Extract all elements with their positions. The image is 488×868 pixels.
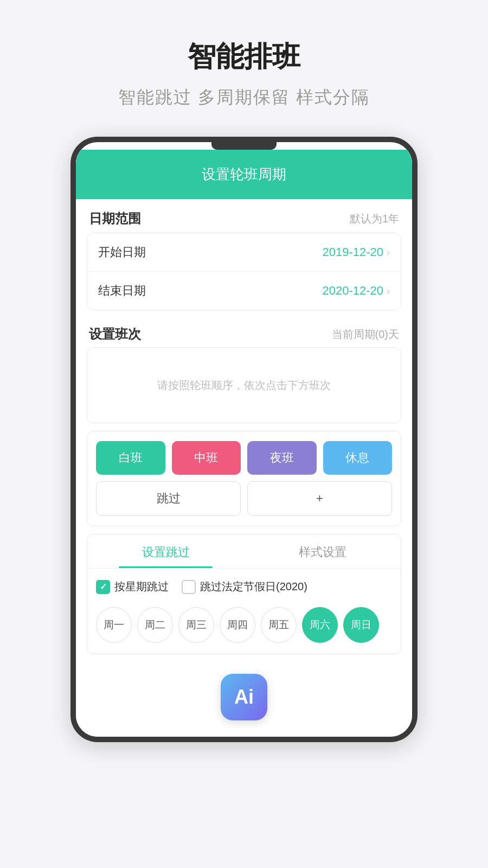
shift-empty-text: 请按照轮班顺序，依次点击下方班次 xyxy=(157,376,331,394)
start-date-label: 开始日期 xyxy=(98,244,146,260)
end-date-chevron-icon: › xyxy=(387,285,390,297)
phone-screen: 设置轮班周期 日期范围 默认为1年 开始日期 2019-12-20 › 结束日期… xyxy=(76,150,412,737)
rest-shift-button[interactable]: 休息 xyxy=(323,441,393,475)
tab-set-skip[interactable]: 设置跳过 xyxy=(87,534,244,568)
shift-section-label: 设置班次 xyxy=(89,326,141,343)
tab-content: ✓ 按星期跳过 跳过法定节假日(2020) 周一 周二 周三 周四 周五 xyxy=(87,569,401,654)
day-pill-sat[interactable]: 周六 xyxy=(302,607,338,643)
date-section-header: 日期范围 默认为1年 xyxy=(76,199,412,233)
checkbox-week-skip[interactable]: ✓ 按星期跳过 xyxy=(96,579,169,594)
day-pill-sun[interactable]: 周日 xyxy=(343,607,379,643)
mid-shift-button[interactable]: 中班 xyxy=(172,441,241,475)
tab-bar: 设置跳过 样式设置 xyxy=(87,534,401,569)
page-title: 智能排班 xyxy=(118,38,370,76)
end-date-value: 2020-12-20 › xyxy=(322,284,390,298)
checkbox-holiday-skip[interactable]: 跳过法定节假日(2020) xyxy=(182,579,307,594)
checkbox-holiday-skip-label: 跳过法定节假日(2020) xyxy=(200,579,307,594)
start-date-value: 2019-12-20 › xyxy=(322,245,390,259)
page-header: 智能排班 智能跳过 多周期保留 样式分隔 xyxy=(118,0,370,120)
night-shift-button[interactable]: 夜班 xyxy=(247,441,317,475)
skip-button[interactable]: 跳过 xyxy=(96,481,241,516)
shift-section-header: 设置班次 当前周期(0)天 xyxy=(76,316,412,347)
page-subtitle: 智能跳过 多周期保留 样式分隔 xyxy=(118,86,370,110)
ai-badge[interactable]: Ai xyxy=(221,674,267,720)
checkmark-icon: ✓ xyxy=(100,582,107,592)
screen-header-title: 设置轮班周期 xyxy=(87,165,401,184)
date-card: 开始日期 2019-12-20 › 结束日期 2020-12-20 › xyxy=(87,233,401,310)
white-shift-button[interactable]: 白班 xyxy=(96,441,165,475)
shift-buttons-card: 白班 中班 夜班 休息 跳过 + xyxy=(87,431,401,526)
checkbox-week-skip-label: 按星期跳过 xyxy=(114,579,169,594)
screen-header: 设置轮班周期 xyxy=(76,150,412,199)
day-pill-fri[interactable]: 周五 xyxy=(261,607,297,643)
add-shift-button[interactable]: + xyxy=(247,481,392,516)
day-pill-wed[interactable]: 周三 xyxy=(178,607,214,643)
day-pills-row: 周一 周二 周三 周四 周五 周六 周日 xyxy=(96,607,392,643)
end-date-label: 结束日期 xyxy=(98,283,146,299)
checkbox-row: ✓ 按星期跳过 跳过法定节假日(2020) xyxy=(96,579,392,594)
start-date-row[interactable]: 开始日期 2019-12-20 › xyxy=(87,233,401,271)
phone-frame: 设置轮班周期 日期范围 默认为1年 开始日期 2019-12-20 › 结束日期… xyxy=(70,137,418,742)
end-date-row[interactable]: 结束日期 2020-12-20 › xyxy=(87,271,401,310)
shift-extra-buttons-row: 跳过 + xyxy=(96,481,392,516)
checkbox-holiday-skip-box xyxy=(182,580,196,594)
shift-empty-box: 请按照轮班顺序，依次点击下方班次 xyxy=(87,347,401,423)
tab-card: 设置跳过 样式设置 ✓ 按星期跳过 跳过法定节假日(2020) xyxy=(87,534,401,654)
shift-section-note: 当前周期(0)天 xyxy=(332,327,399,342)
date-section-note: 默认为1年 xyxy=(350,212,399,226)
shift-main-buttons-row: 白班 中班 夜班 休息 xyxy=(96,441,392,475)
date-section-label: 日期范围 xyxy=(89,210,141,227)
checkbox-week-skip-box: ✓ xyxy=(96,580,110,594)
day-pill-thu[interactable]: 周四 xyxy=(220,607,255,643)
start-date-chevron-icon: › xyxy=(387,247,390,258)
ai-badge-area: Ai xyxy=(76,663,412,737)
tab-style-settings[interactable]: 样式设置 xyxy=(244,534,401,568)
day-pill-tue[interactable]: 周二 xyxy=(137,607,173,643)
day-pill-mon[interactable]: 周一 xyxy=(96,607,132,643)
